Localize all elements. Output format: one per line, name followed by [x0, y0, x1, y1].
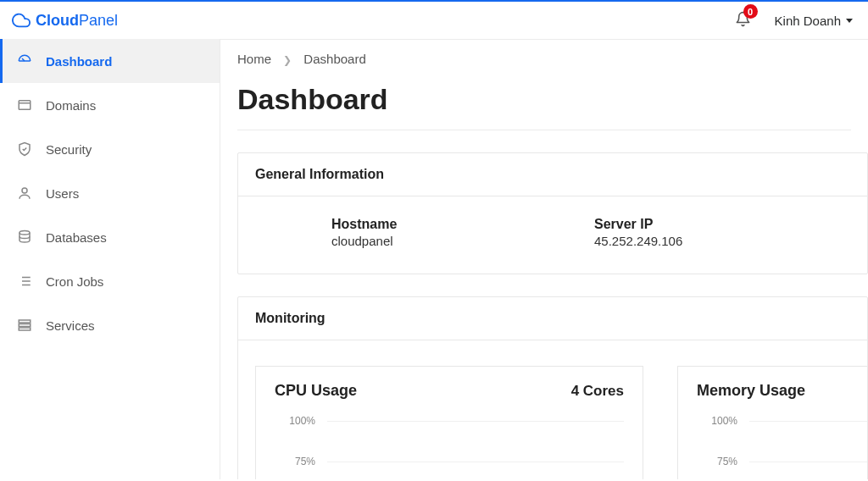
window-icon	[17, 97, 32, 113]
brand-logo[interactable]: CloudPanel	[12, 11, 118, 30]
sidebar-item-label: Users	[46, 186, 79, 201]
top-header: CloudPanel 0 Kinh Doanh	[0, 2, 868, 39]
sidebar-item-services[interactable]: Services	[0, 303, 220, 347]
sidebar-item-label: Services	[46, 318, 95, 333]
sidebar-item-domains[interactable]: Domains	[0, 83, 220, 127]
y-tick-label: 100%	[275, 415, 315, 427]
y-tick-label: 75%	[697, 456, 737, 467]
sidebar: Dashboard Domains Security Users Databas…	[0, 39, 220, 479]
hostname-block: Hostname cloudpanel	[331, 217, 594, 248]
card-header: Monitoring	[238, 297, 867, 340]
svg-point-2	[19, 231, 30, 235]
sidebar-item-databases[interactable]: Databases	[0, 215, 220, 259]
y-tick-label: 100%	[697, 415, 737, 427]
hostname-value: cloudpanel	[331, 234, 594, 248]
chart-title: Memory Usage	[697, 382, 805, 400]
card-header: General Information	[238, 153, 867, 196]
svg-rect-3	[19, 320, 31, 323]
cloud-icon	[12, 11, 31, 30]
notifications-button[interactable]: 0	[735, 11, 751, 30]
sidebar-item-cronjobs[interactable]: Cron Jobs	[0, 259, 220, 303]
user-icon	[17, 185, 32, 201]
breadcrumb-current: Dashboard	[303, 52, 365, 66]
page-title: Dashboard	[220, 78, 868, 130]
y-tick-label: 75%	[275, 456, 315, 467]
sidebar-item-users[interactable]: Users	[0, 171, 220, 215]
general-info-card: General Information Hostname cloudpanel …	[237, 152, 868, 274]
memory-usage-chart: Memory Usage 100% 75%	[677, 366, 868, 479]
user-name: Kinh Doanh	[775, 14, 841, 28]
dashboard-icon	[17, 53, 32, 69]
notification-badge: 0	[743, 4, 758, 19]
user-menu[interactable]: Kinh Doanh	[775, 14, 853, 28]
hostname-label: Hostname	[331, 217, 594, 232]
breadcrumb: Home ❯ Dashboard	[220, 40, 868, 78]
shield-icon	[17, 141, 32, 157]
serverip-value: 45.252.249.106	[594, 234, 857, 248]
divider	[237, 130, 851, 130]
svg-rect-5	[19, 328, 31, 330]
serverip-block: Server IP 45.252.249.106	[594, 217, 857, 248]
svg-rect-0	[19, 101, 31, 110]
sidebar-item-security[interactable]: Security	[0, 127, 220, 171]
list-icon	[17, 274, 32, 289]
brand-second: Panel	[79, 12, 118, 29]
sidebar-item-dashboard[interactable]: Dashboard	[0, 39, 220, 83]
main-content: Home ❯ Dashboard Dashboard General Infor…	[220, 39, 868, 479]
sidebar-item-label: Domains	[46, 98, 96, 113]
serverip-label: Server IP	[594, 217, 857, 232]
chevron-right-icon: ❯	[283, 54, 292, 66]
chart-meta: 4 Cores	[571, 383, 624, 400]
sidebar-item-label: Security	[46, 142, 92, 157]
sidebar-item-label: Databases	[46, 230, 107, 245]
breadcrumb-home[interactable]: Home	[237, 52, 271, 66]
brand-first: Cloud	[36, 12, 79, 29]
services-icon	[17, 318, 32, 333]
sidebar-item-label: Cron Jobs	[46, 274, 103, 289]
sidebar-item-label: Dashboard	[46, 54, 112, 69]
chevron-down-icon	[846, 19, 853, 23]
svg-rect-4	[19, 324, 31, 327]
database-icon	[17, 229, 32, 245]
cpu-usage-chart: CPU Usage 4 Cores 100% 75%	[255, 366, 643, 479]
monitoring-card: Monitoring CPU Usage 4 Cores 100% 75% Me…	[237, 296, 868, 479]
svg-point-1	[22, 188, 27, 193]
chart-title: CPU Usage	[275, 382, 357, 400]
